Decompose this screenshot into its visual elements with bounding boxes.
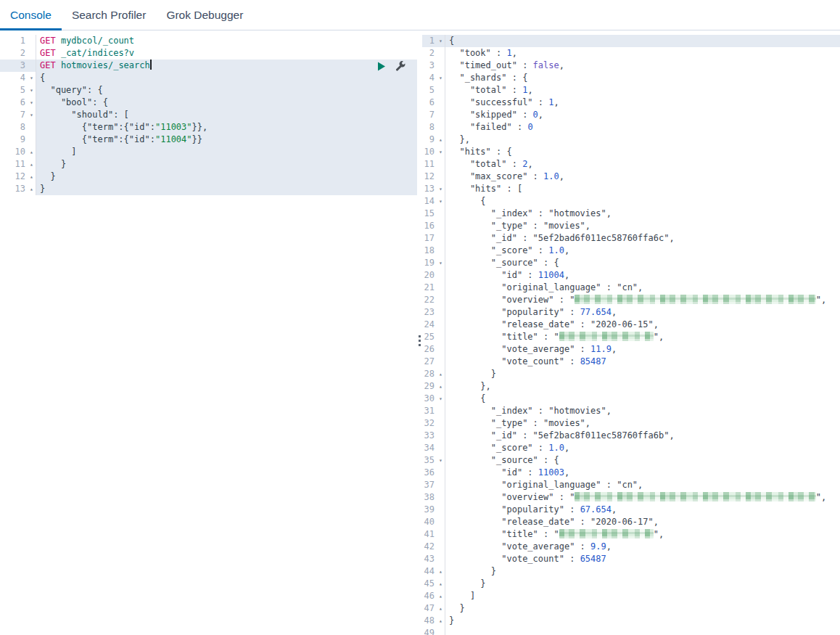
code-line[interactable]: 10▴ ] [0,146,417,158]
code-text[interactable]: "popularity" : 77.654, [445,306,840,319]
fold-toggle-icon[interactable]: ▾ [437,183,445,195]
code-line[interactable]: 9▴ }, [422,134,840,146]
code-line[interactable]: 11▴ } [0,158,417,171]
code-line[interactable]: 16 "_type" : "movies", [422,220,840,232]
code-line[interactable]: 12 "max_score" : 1.0, [422,171,840,183]
fold-toggle-icon[interactable]: ▾ [437,454,445,467]
fold-toggle-icon[interactable]: ▴ [28,171,36,183]
code-text[interactable]: "release_date" : "2020-06-17", [445,516,840,528]
code-text[interactable]: "hits" : { [445,146,840,158]
code-text[interactable]: "title" : "", [445,528,840,541]
code-line[interactable]: 6▾ "bool": { [0,97,417,109]
code-text[interactable]: GET _cat/indices?v [36,47,417,60]
code-text[interactable]: "_index" : "hotmovies", [445,208,840,220]
code-text[interactable]: "total" : 1, [445,84,840,97]
code-text[interactable]: "vote_average" : 9.9, [445,541,840,553]
fold-toggle-icon[interactable]: ▴ [28,146,36,158]
code-text[interactable]: "_score" : 1.0, [445,442,840,454]
fold-toggle-icon[interactable]: ▴ [437,134,445,146]
code-text[interactable]: "_index" : "hotmovies", [445,405,840,417]
code-line[interactable]: 49 [422,627,840,635]
code-line[interactable]: 34 "_score" : 1.0, [422,442,840,454]
code-line[interactable]: 19▾ "_source" : { [422,257,840,269]
code-line[interactable]: 6 "successful" : 1, [422,97,840,109]
code-line[interactable]: 21 "original_language" : "cn", [422,282,840,294]
code-line[interactable]: 7▾ "should": [ [0,109,417,121]
code-text[interactable]: "_shards" : { [445,72,840,84]
code-text[interactable] [445,627,840,635]
code-line[interactable]: 4▾ "_shards" : { [422,72,840,84]
code-line[interactable]: 45▴ } [422,578,840,590]
request-options-wrench-icon[interactable] [395,61,405,71]
code-text[interactable]: ] [36,146,417,158]
tab-console[interactable]: Console [0,0,62,30]
code-text[interactable]: } [36,183,417,195]
code-text[interactable]: "title" : "", [445,331,840,343]
code-line[interactable]: 28▴ } [422,368,840,380]
code-text[interactable]: ] [445,590,840,602]
code-text[interactable]: "_id" : "5ef2bad6f011ec58760ffa6c", [445,232,840,245]
code-text[interactable]: "_score" : 1.0, [445,245,840,257]
code-line[interactable]: 2GET _cat/indices?v [0,47,417,60]
tab-grok-debugger[interactable]: Grok Debugger [156,0,253,30]
code-text[interactable]: } [36,171,417,183]
request-editor[interactable]: 1GET mydbcol/_count2GET _cat/indices?v3G… [0,30,417,635]
code-text[interactable]: "release_date" : "2020-06-15", [445,319,840,331]
code-text[interactable]: GET mydbcol/_count [36,35,417,47]
code-text[interactable]: "total" : 2, [445,158,840,171]
fold-toggle-icon[interactable]: ▾ [437,257,445,269]
code-line[interactable]: 17 "_id" : "5ef2bad6f011ec58760ffa6c", [422,232,840,245]
code-line[interactable]: 23 "popularity" : 77.654, [422,306,840,319]
code-line[interactable]: 42 "vote_average" : 9.9, [422,541,840,553]
code-text[interactable]: { [36,72,417,84]
code-text[interactable]: } [445,615,840,627]
code-text[interactable]: } [445,602,840,615]
code-text[interactable]: "skipped" : 0, [445,109,840,121]
code-text[interactable]: } [445,578,840,590]
code-text[interactable]: "overview" : "", [445,491,840,504]
drag-dots-icon[interactable] [419,335,421,346]
code-text[interactable]: "vote_count" : 65487 [445,553,840,565]
code-text[interactable]: "original_language" : "cn", [445,282,840,294]
code-line[interactable]: 43 "vote_count" : 65487 [422,553,840,565]
code-text[interactable]: { [445,195,840,208]
fold-toggle-icon[interactable]: ▾ [437,72,445,84]
code-line[interactable]: 32 "_type" : "movies", [422,417,840,430]
code-line[interactable]: 47▴ } [422,602,840,615]
code-line[interactable]: 1GET mydbcol/_count [0,35,417,47]
code-text[interactable]: "bool": { [36,97,417,109]
fold-toggle-icon[interactable]: ▾ [437,35,445,47]
code-text[interactable]: "max_score" : 1.0, [445,171,840,183]
code-line[interactable]: 46▴ ] [422,590,840,602]
code-text[interactable]: }, [445,134,840,146]
code-text[interactable]: { [445,35,840,47]
code-line[interactable]: 40 "release_date" : "2020-06-17", [422,516,840,528]
panel-resize-handle[interactable] [417,30,422,635]
code-text[interactable]: "id" : 11004, [445,269,840,282]
code-line[interactable]: 31 "_index" : "hotmovies", [422,405,840,417]
code-line[interactable]: 8 {"term":{"id":"11003"}}, [0,121,417,134]
code-line[interactable]: 13▴} [0,183,417,195]
code-line[interactable]: 3 "timed_out" : false, [422,60,840,72]
code-line[interactable]: 26 "vote_average" : 11.9, [422,343,840,356]
code-line[interactable]: 35▾ "_source" : { [422,454,840,467]
code-line[interactable]: 24 "release_date" : "2020-06-15", [422,319,840,331]
code-text[interactable]: }, [445,380,840,393]
code-line[interactable]: 25 "title" : "", [422,331,840,343]
code-text[interactable]: "successful" : 1, [445,97,840,109]
tab-search-profiler[interactable]: Search Profiler [62,0,157,30]
code-text[interactable]: "failed" : 0 [445,121,840,134]
code-text[interactable]: "_source" : { [445,454,840,467]
code-text[interactable]: "query": { [36,84,417,97]
code-line[interactable]: 27 "vote_count" : 85487 [422,356,840,368]
code-text[interactable]: GET hotmovies/_search [36,60,417,72]
fold-toggle-icon[interactable]: ▴ [437,368,445,380]
code-line[interactable]: 14▾ { [422,195,840,208]
code-line[interactable]: 38 "overview" : "", [422,491,840,504]
code-line[interactable]: 22 "overview" : "", [422,294,840,306]
code-line[interactable]: 7 "skipped" : 0, [422,109,840,121]
code-line[interactable]: 33 "_id" : "5ef2bac8f011ec58760ffa6b", [422,430,840,442]
code-line[interactable]: 12▴ } [0,171,417,183]
fold-toggle-icon[interactable]: ▴ [437,602,445,615]
fold-toggle-icon[interactable]: ▾ [437,146,445,158]
